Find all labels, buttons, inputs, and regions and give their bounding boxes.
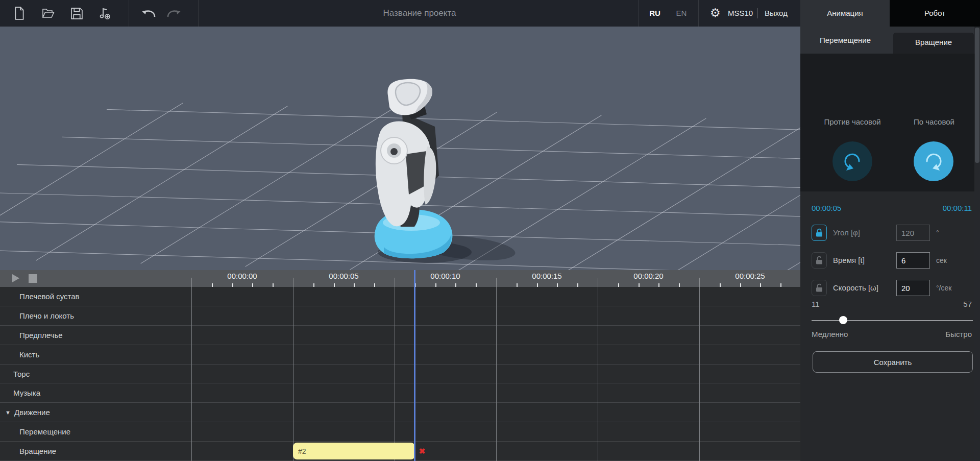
slider-min-value: 11 xyxy=(812,300,820,308)
ruler-tick xyxy=(658,283,659,287)
ruler-tick xyxy=(334,283,335,287)
rotate-ccw-button[interactable] xyxy=(832,141,872,181)
lang-en-button[interactable]: EN xyxy=(673,0,690,27)
lang-ru-button[interactable]: RU xyxy=(646,0,664,27)
time-unit: сек xyxy=(936,252,947,269)
track-label: Вращение xyxy=(19,442,56,460)
timeline-tracks: Плечевой суставПлечо и локотьПредплечьеК… xyxy=(0,287,800,461)
save-button[interactable]: Сохранить xyxy=(813,351,973,373)
divider xyxy=(757,8,758,18)
panel-scrollbar-thumb[interactable] xyxy=(975,28,979,163)
track-label: Плечо и локоть xyxy=(19,306,74,325)
timeline-gridline xyxy=(699,287,700,461)
tab-robot[interactable]: Робот xyxy=(890,0,980,27)
ruler-time-label: 00:00:00 xyxy=(212,272,273,280)
ruler-tick xyxy=(374,283,375,287)
timeline-track-row[interactable]: Кисть xyxy=(0,345,800,365)
ruler-tick xyxy=(496,278,497,287)
ruler-time-label: 00:00:05 xyxy=(313,272,375,280)
ruler-tick xyxy=(455,283,456,287)
angle-unit: ° xyxy=(936,225,939,241)
speed-input[interactable] xyxy=(896,280,930,296)
add-music-icon[interactable] xyxy=(95,4,114,22)
time-label: Время [t] xyxy=(833,252,865,269)
ruler-tick xyxy=(679,283,680,287)
lock-open-icon[interactable] xyxy=(812,252,827,269)
timeline-track-row[interactable]: Предплечье xyxy=(0,326,800,345)
ruler-tick xyxy=(780,283,781,287)
rotation-keyframe-clip[interactable]: #2 xyxy=(293,443,415,459)
redo-icon[interactable] xyxy=(164,4,183,22)
ruler-tick xyxy=(293,278,293,287)
user-account-button[interactable]: MSS10 xyxy=(728,0,753,27)
ruler-time-label: 00:00:15 xyxy=(517,272,578,280)
track-label: Кисть xyxy=(19,345,39,364)
timeline-track-row[interactable]: Торс xyxy=(0,365,800,384)
rotation-parameters-section: 00:00:05 00:00:11 Угол [φ]°Время [t]секС… xyxy=(800,191,980,461)
speed-label: Скорость [ω] xyxy=(833,280,878,296)
ruler-tick xyxy=(273,283,274,287)
tab-animation[interactable]: Анимация xyxy=(800,0,890,27)
track-label: Предплечье xyxy=(19,326,63,345)
right-panel: Анимация Робот Перемещение Вращение Прот… xyxy=(800,0,980,461)
lock-open-icon[interactable] xyxy=(812,280,827,296)
open-file-icon[interactable] xyxy=(39,4,58,22)
logout-button[interactable]: Выход xyxy=(765,0,788,27)
ruler-tick xyxy=(598,278,598,287)
delete-clip-icon[interactable]: ✖ xyxy=(419,447,426,456)
rotate-cw-button[interactable] xyxy=(914,141,953,181)
settings-gear-icon[interactable]: ⚙ xyxy=(710,0,721,27)
timeline-ruler[interactable]: 00:00:0000:00:0500:00:1000:00:1500:00:20… xyxy=(0,270,800,287)
subtab-rotate[interactable]: Вращение xyxy=(893,33,974,54)
ruler-tick xyxy=(232,283,233,287)
ruler-tick xyxy=(720,283,721,287)
playhead[interactable] xyxy=(414,270,415,461)
angle-field-row: Угол [φ]° xyxy=(800,225,980,241)
toolbar-separator xyxy=(129,0,129,27)
ruler-tick xyxy=(760,283,761,287)
timeline-track-row[interactable]: Музыка xyxy=(0,383,800,403)
ruler-tick xyxy=(435,283,436,287)
time-input[interactable] xyxy=(896,252,930,269)
speed-slider-thumb[interactable] xyxy=(839,316,847,324)
ruler-tick xyxy=(395,278,395,287)
ruler-tick xyxy=(517,283,518,287)
track-label: Плечевой сустав xyxy=(19,287,80,306)
ruler-tick xyxy=(639,283,640,287)
speed-slider[interactable] xyxy=(812,320,973,321)
timeline-gridline xyxy=(598,287,598,461)
angle-input[interactable] xyxy=(896,225,930,241)
undo-icon[interactable] xyxy=(140,4,158,22)
rotation-direction-section: Против часовой По часовой xyxy=(800,54,980,191)
timeline-track-row[interactable]: Перемещение xyxy=(0,422,800,442)
save-file-icon[interactable] xyxy=(67,4,86,22)
collapse-arrow-icon[interactable]: ▼ xyxy=(5,409,11,416)
timeline-track-row[interactable]: Плечевой сустав xyxy=(0,287,800,306)
time-field-row: Время [t]сек xyxy=(800,252,980,269)
angle-label: Угол [φ] xyxy=(833,225,860,241)
panel-scrollbar[interactable] xyxy=(974,27,980,461)
new-file-icon[interactable] xyxy=(10,4,29,22)
project-title-input[interactable]: Название проекта xyxy=(307,0,532,27)
lock-closed-icon[interactable] xyxy=(812,225,827,241)
segment-start-time: 00:00:05 xyxy=(812,204,841,212)
timeline-track-row[interactable]: ▼Движение xyxy=(0,403,800,422)
ruler-tick xyxy=(476,283,477,287)
timeline-gridline xyxy=(293,287,293,461)
robot-model xyxy=(0,27,800,270)
clip-label: #2 xyxy=(298,447,306,455)
track-label: Торс xyxy=(13,365,30,383)
toolbar-separator xyxy=(638,0,639,27)
toolbar-separator xyxy=(698,0,699,27)
play-button[interactable] xyxy=(12,274,19,282)
stop-button[interactable] xyxy=(29,274,37,283)
animation-editor-app: Название проекта RU EN ⚙ MSS10 Выход 00:… xyxy=(0,0,980,461)
cw-label: По часовой xyxy=(893,117,975,126)
toolbar-separator xyxy=(198,0,199,27)
subtab-move[interactable]: Перемещение xyxy=(800,27,890,54)
ruler-tick xyxy=(354,283,355,287)
ruler-time-label: 00:00:10 xyxy=(415,272,476,280)
speed-unit: °/сек xyxy=(936,280,951,296)
timeline-track-row[interactable]: Плечо и локоть xyxy=(0,306,800,326)
3d-viewport[interactable] xyxy=(0,27,800,270)
